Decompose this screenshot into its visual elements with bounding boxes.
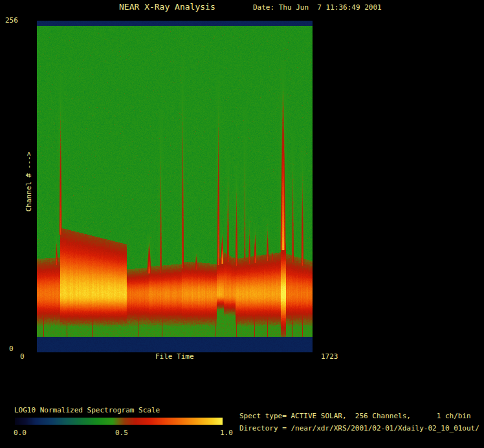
y-axis-title: Channel # ---> <box>25 152 32 212</box>
colorbar-tick-mid: 0.5 <box>115 429 128 436</box>
date-label: Date: Thu Jun 7 11:36:49 2001 <box>253 4 382 11</box>
x-axis-min-tick: 0 <box>20 353 25 360</box>
near-xray-analysis-window: NEAR X-Ray Analysis Date: Thu Jun 7 11:3… <box>0 0 484 448</box>
page-title: NEAR X-Ray Analysis <box>119 3 215 11</box>
x-axis-title: File Time <box>155 353 194 360</box>
directory-line: Directory = /near/xdr/XRS/2001/02-01/Xda… <box>239 425 479 432</box>
spectrogram-heatmap <box>37 21 313 352</box>
x-axis-max-tick: 1723 <box>321 353 338 360</box>
colorbar-tick-min: 0.0 <box>14 429 27 436</box>
y-axis-min-tick: 0 <box>9 345 14 352</box>
spect-type-line: Spect type= ACTIVE SOLAR, 256 Channels, … <box>239 412 471 420</box>
colorbar-gradient <box>15 418 223 425</box>
y-axis-max-tick: 256 <box>5 17 18 24</box>
colorbar-tick-max: 1.0 <box>220 429 233 436</box>
colorbar-title: LOG10 Normalized Spectrogram Scale <box>14 407 160 414</box>
